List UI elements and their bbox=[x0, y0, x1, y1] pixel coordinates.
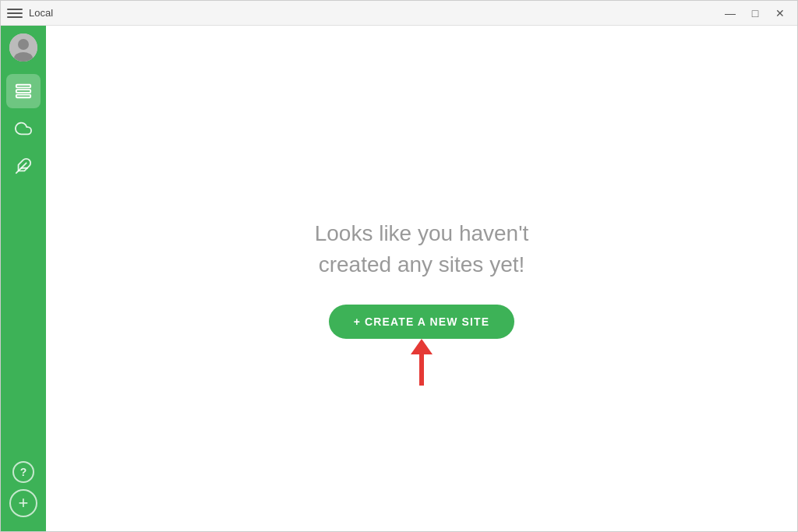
titlebar-left: Local bbox=[7, 5, 53, 21]
svg-point-1 bbox=[18, 39, 29, 50]
maximize-button[interactable]: □ bbox=[744, 5, 766, 21]
sidebar-item-addons[interactable] bbox=[6, 149, 41, 183]
minimize-button[interactable]: — bbox=[719, 5, 741, 21]
sidebar-item-cloud[interactable] bbox=[6, 111, 41, 146]
sidebar-item-sites[interactable] bbox=[6, 74, 41, 108]
window-controls: — □ ✕ bbox=[719, 5, 791, 21]
titlebar: Local — □ ✕ bbox=[1, 1, 797, 26]
sidebar-nav bbox=[6, 74, 41, 461]
empty-state-message: Looks like you haven'tcreated any sites … bbox=[315, 218, 529, 279]
empty-state: Looks like you haven'tcreated any sites … bbox=[315, 218, 529, 338]
sites-icon bbox=[15, 83, 32, 100]
main-layout: ? + Looks like you haven'tcreated any si… bbox=[1, 26, 797, 531]
arrow-head bbox=[411, 339, 433, 354]
svg-rect-5 bbox=[16, 95, 30, 98]
arrow-shaft bbox=[419, 354, 424, 386]
svg-rect-4 bbox=[16, 90, 30, 93]
sidebar: ? + bbox=[1, 26, 46, 531]
create-site-label: + CREATE A NEW SITE bbox=[354, 315, 489, 328]
create-site-button[interactable]: + CREATE A NEW SITE bbox=[329, 305, 514, 339]
arrow-indicator bbox=[411, 340, 433, 386]
content-area: Looks like you haven'tcreated any sites … bbox=[46, 26, 797, 531]
user-avatar[interactable] bbox=[9, 33, 37, 62]
cloud-icon bbox=[15, 120, 32, 137]
app-title: Local bbox=[29, 7, 53, 19]
app-window: Local — □ ✕ bbox=[0, 0, 798, 532]
help-button[interactable]: ? bbox=[12, 461, 34, 483]
close-button[interactable]: ✕ bbox=[769, 5, 791, 21]
svg-rect-3 bbox=[16, 85, 30, 88]
menu-button[interactable] bbox=[7, 5, 23, 21]
sidebar-bottom: ? + bbox=[9, 461, 37, 523]
add-site-button[interactable]: + bbox=[9, 489, 37, 517]
addons-icon bbox=[15, 157, 32, 174]
